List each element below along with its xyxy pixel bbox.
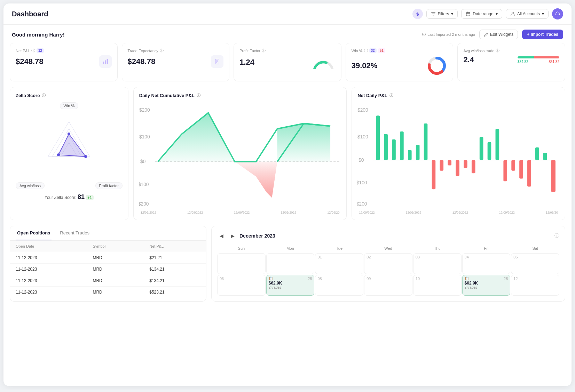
table-row: 11-12-2023 MRD $21.21 [10,252,206,264]
cal-cell[interactable]: 12 [511,275,559,296]
accounts-icon [510,11,515,16]
svg-rect-44 [472,160,475,173]
bottom-section: Open Positions Recent Trades Open Date S… [3,226,572,307]
avg-bar-green [518,56,534,58]
cal-cell[interactable] [266,253,315,274]
svg-rect-33 [384,134,388,160]
svg-rect-41 [448,160,452,165]
net-daily-title: Net Daily P&L [357,93,387,98]
net-pnl-info-icon[interactable]: ⓘ [31,48,35,53]
edit-widgets-button[interactable]: Edit Widgets [479,30,518,39]
cal-cell[interactable]: 06 [217,275,266,296]
net-daily-info-icon[interactable]: ⓘ [389,93,393,98]
zella-win-label-wrap: Win % [16,102,123,111]
cal-cell-value: $62.9K [269,281,312,286]
svg-rect-34 [392,139,396,160]
win-donut-chart [426,55,447,76]
cal-cell-num: 10 [416,277,420,281]
cal-info-icon[interactable]: ⓘ [554,233,559,239]
expectancy-value: $248.78 [128,57,156,66]
svg-rect-37 [416,145,420,160]
svg-point-18 [84,155,87,158]
import-trades-button[interactable]: + Import Trades [522,30,563,39]
cal-cell-num: 05 [513,255,518,259]
avg-green-label: $34.82 [518,60,528,64]
cell-symbol: MRD [87,264,144,275]
expectancy-info-icon[interactable]: ⓘ [160,48,164,53]
accounts-button[interactable]: All Accounts ▾ [506,9,549,19]
profit-factor-label: Profit factor [95,182,123,189]
win-percent-value: 39.02% [352,61,378,70]
dashboard-title: Dashboard [12,10,48,18]
svg-text:-$100: -$100 [357,180,367,185]
win-percent-card: Win % ⓘ 32 51 39.02% [346,43,454,81]
cal-cell[interactable]: 03 [413,253,462,274]
cal-cell[interactable]: 01 [315,253,363,274]
cal-cell-num: 28 [504,277,508,281]
col-open-date: Open Date [10,241,87,252]
svg-rect-47 [496,129,499,160]
cell-date: 11-12-2023 [10,264,87,275]
zella-win-label: Win % [60,102,79,109]
currency-icon[interactable]: $ [412,9,423,19]
col-net-pnl: Net P&L [144,241,206,252]
cell-symbol: MRD [87,252,144,264]
cell-pnl: $134.21 [144,264,206,275]
cal-cell-value: $62.9K [465,281,508,286]
cal-cell-num: 06 [220,277,224,281]
cal-next-button[interactable]: ▶ [228,232,237,240]
date-range-button[interactable]: Date range ▾ [461,9,502,19]
win-info-icon[interactable]: ⓘ [364,48,368,53]
avg-info-icon[interactable]: ⓘ [496,48,499,53]
cal-cell-num: 02 [367,255,371,259]
cal-header-wed: Wed [364,244,412,253]
cal-cell-num: 28 [308,277,312,281]
cell-pnl: $523.21 [144,287,206,298]
svg-rect-49 [512,160,515,171]
profit-info-icon[interactable]: ⓘ [262,48,266,53]
tab-open-positions[interactable]: Open Positions [16,226,52,240]
cal-cell-icon: 📋 [465,277,469,280]
avg-win-loss-card: Avg win/loss trade ⓘ 2.4 $34.82 $51.32 [457,43,565,81]
cal-cell[interactable]: 04 [462,253,511,274]
cell-pnl: $21.21 [144,252,206,264]
profit-gauge [311,55,336,69]
cal-cell-num: 09 [367,277,371,281]
filters-button[interactable]: Filters ▾ [426,9,458,19]
svg-point-17 [68,133,70,135]
svg-rect-46 [488,142,491,160]
cal-cell[interactable]: 📋 28 $62.9K 2 trades [266,275,315,296]
svg-rect-4 [107,59,108,64]
zella-title: Zella Score [16,93,40,98]
svg-rect-54 [551,160,556,192]
cal-cell[interactable]: 08 [315,275,363,296]
svg-point-19 [57,153,60,156]
svg-text:-$100: -$100 [139,182,149,187]
profit-factor-card: Profit Factor ⓘ 1.24 [234,43,341,81]
cal-header-mon: Mon [266,244,315,253]
avg-bar-red [534,56,559,58]
cumulative-chart-area: $200 $100 $0 -$100 -$200 [139,102,341,214]
notifications-button[interactable] [552,8,563,19]
cal-cell[interactable]: 05 [511,253,559,274]
table-row: 11-12-2023 MRD $523.21 [10,287,206,298]
svg-rect-40 [440,160,444,171]
cal-prev-button[interactable]: ◀ [217,232,226,240]
cell-symbol: MRD [87,287,144,298]
header-actions: $ Filters ▾ Date range ▾ All Accounts ▾ [412,8,563,19]
cal-cell[interactable]: 10 [413,275,462,296]
svg-rect-2 [103,62,104,64]
cumulative-info-icon[interactable]: ⓘ [197,93,200,98]
tab-recent-trades[interactable]: Recent Trades [58,226,91,240]
svg-text:-$200: -$200 [357,201,367,207]
zella-info-icon[interactable]: ⓘ [42,93,46,98]
cal-cell[interactable]: 📋 28 $62.9K 2 trades [462,275,511,296]
sub-header: Good morning Harry! Last Imported 2 mont… [3,25,572,43]
cal-cell[interactable] [217,253,266,274]
radar-chart [34,111,104,181]
avg-bar: $34.82 $51.32 [518,56,559,64]
cal-cell[interactable]: 02 [364,253,412,274]
positions-data-table: Open Date Symbol Net P&L 11-12-2023 MRD … [10,241,206,298]
zella-score-card: Zella Score ⓘ Win % Avg win/ [10,87,128,220]
cal-cell[interactable]: 09 [364,275,412,296]
